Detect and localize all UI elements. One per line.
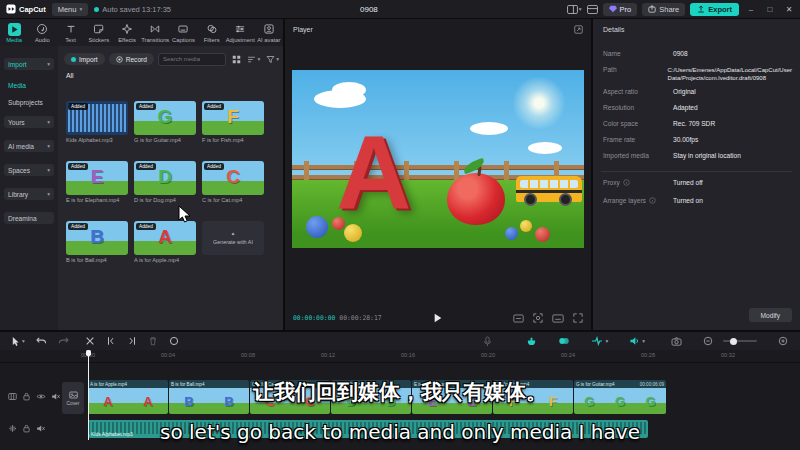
sidebar-item-spaces[interactable]: Spaces▾ (4, 164, 54, 176)
preview-axis-icon[interactable]: ▾ (591, 336, 608, 346)
resolution-icon[interactable] (552, 314, 564, 323)
modify-button[interactable]: Modify (749, 308, 792, 322)
link-icon[interactable] (558, 336, 570, 346)
detail-value: Original (673, 88, 792, 95)
sidebar-item-import[interactable]: Import▾ (4, 58, 54, 70)
detail-label: Frame rate (603, 136, 673, 143)
sidebar-item-yours[interactable]: Yours▾ (4, 116, 54, 128)
zoom-out-icon[interactable] (703, 336, 713, 346)
tab-text[interactable]: Text (56, 19, 84, 46)
aspect-ratio-icon[interactable] (513, 314, 524, 323)
snapshot-icon[interactable] (671, 337, 682, 346)
mask-icon[interactable] (169, 336, 179, 346)
delete-right-icon[interactable] (127, 336, 137, 346)
detail-label: Resolution (603, 104, 673, 111)
select-tool-icon[interactable]: ▾ (11, 336, 25, 347)
tab-audio[interactable]: Audio (28, 19, 56, 46)
search-input[interactable] (158, 53, 226, 66)
media-item[interactable]: AddedF F is for Fish.mp4 (202, 101, 264, 143)
ruler-label: 00:32 (721, 352, 735, 358)
media-item[interactable]: Added Kids Alphabet.mp3 (66, 101, 128, 143)
detail-label: Proxy (603, 179, 673, 186)
close-button[interactable]: ✕ (782, 5, 796, 14)
zoom-in-icon[interactable] (778, 336, 788, 346)
video-preview: A (292, 70, 584, 248)
player-controls: 00:00:00:00 00:00:28:17 (285, 306, 591, 330)
ball-red (332, 217, 345, 230)
sidebar-item-library[interactable]: Library▾ (4, 188, 54, 200)
pro-button[interactable]: Pro (603, 3, 638, 16)
menu-button[interactable]: Menu▾ (52, 3, 89, 16)
chevron-down-icon: ▾ (47, 119, 50, 125)
tab-captions[interactable]: Captions (169, 19, 197, 46)
media-sidebar: Import▾ Media Subprojects Yours▾ AI medi… (0, 46, 58, 330)
sidebar-item-subprojects[interactable]: Subprojects (8, 99, 43, 106)
player-title: Player (293, 26, 313, 33)
delete-left-icon[interactable] (106, 336, 116, 346)
details-title: Details (603, 26, 624, 33)
share-button[interactable]: Share (642, 3, 685, 16)
import-button[interactable]: Import (64, 53, 105, 65)
split-icon[interactable] (85, 336, 95, 346)
chevron-down-icon: ▾ (579, 6, 582, 12)
autosave-status: Auto saved 13:17:35 (94, 5, 171, 14)
sort-icon[interactable]: ▾ (247, 55, 260, 64)
media-item[interactable]: AddedG G is for Guitar.mp4 (134, 101, 196, 143)
detail-value: Stay in original location (673, 152, 792, 159)
ruler-label: 00:16 (401, 352, 415, 358)
tab-adjustment[interactable]: Adjustment (226, 19, 255, 46)
layout-switch-icon[interactable]: ▾ (567, 5, 582, 14)
voiceover-mic-icon[interactable] (483, 336, 492, 347)
tab-filters[interactable]: Filters (198, 19, 226, 46)
timeline-zoom-slider[interactable] (723, 340, 757, 342)
tab-effects[interactable]: Effects (113, 19, 141, 46)
maximize-button[interactable]: □ (763, 5, 777, 14)
adjustment-icon (234, 23, 247, 36)
fullscreen-icon[interactable] (573, 313, 583, 323)
media-item[interactable]: AddedC C is for Cat.mp4 (202, 161, 264, 203)
capcut-logo-icon (6, 4, 16, 14)
media-item[interactable]: AddedE E is for Elephant.mp4 (66, 161, 128, 203)
export-button[interactable]: Export (690, 3, 739, 16)
redo-icon[interactable] (58, 336, 69, 346)
media-item[interactable]: AddedB B is for Ball.mp4 (66, 221, 128, 263)
zoom-slider-knob[interactable] (730, 338, 737, 345)
record-button[interactable]: Record (109, 53, 154, 65)
audio-preview-icon[interactable]: ▾ (629, 336, 645, 346)
sidebar-item-ai-media[interactable]: AI media▾ (4, 140, 54, 152)
capcut-logo: CapCut (6, 4, 46, 14)
filters-icon (205, 23, 218, 36)
ribbon-tabs: Media Audio Text Stickers Effects Transi… (0, 19, 283, 47)
ruler-label: 00:04 (161, 352, 175, 358)
timeline-ruler[interactable]: 00:0000:0400:0800:1200:1600:2000:2400:28… (0, 350, 800, 363)
sidebar-item-dreamina[interactable]: Dreamina (4, 212, 54, 224)
project-title: 0908 (171, 5, 567, 14)
tab-transitions[interactable]: Transitions (141, 19, 169, 46)
generate-with-ai-card[interactable]: ✦ Generate with AI (202, 221, 264, 255)
export-icon (697, 5, 705, 13)
snap-magnet-icon[interactable] (526, 336, 537, 346)
tab-media[interactable]: Media (0, 19, 28, 46)
grid-view-icon[interactable] (232, 55, 241, 64)
detail-value: 0908 (673, 50, 792, 57)
delete-icon[interactable] (148, 336, 158, 346)
sidebar-item-media[interactable]: Media (8, 82, 26, 89)
minimize-button[interactable]: – (744, 5, 758, 14)
play-button[interactable] (434, 313, 443, 323)
sun (512, 76, 566, 130)
chevron-down-icon: ▾ (47, 61, 50, 67)
detach-player-icon[interactable] (574, 25, 583, 34)
fit-icon[interactable] (533, 313, 543, 323)
filter-icon[interactable]: ▾ (266, 55, 279, 64)
media-tab-all[interactable]: All (66, 72, 74, 79)
media-item[interactable]: AddedD D is for Dog.mp4 (134, 161, 196, 203)
tab-stickers[interactable]: Stickers (85, 19, 113, 46)
chevron-down-icon: ▾ (47, 143, 50, 149)
tab-ai-avatar[interactable]: AI avatar (255, 19, 283, 46)
undo-icon[interactable] (36, 336, 47, 346)
panel-layout-icon[interactable] (587, 5, 598, 14)
ruler-label: 00:20 (481, 352, 495, 358)
media-panel: Media Audio Text Stickers Effects Transi… (0, 19, 283, 330)
media-item[interactable]: AddedA A is for Apple.mp4 (134, 221, 196, 263)
diamond-icon (609, 5, 617, 13)
